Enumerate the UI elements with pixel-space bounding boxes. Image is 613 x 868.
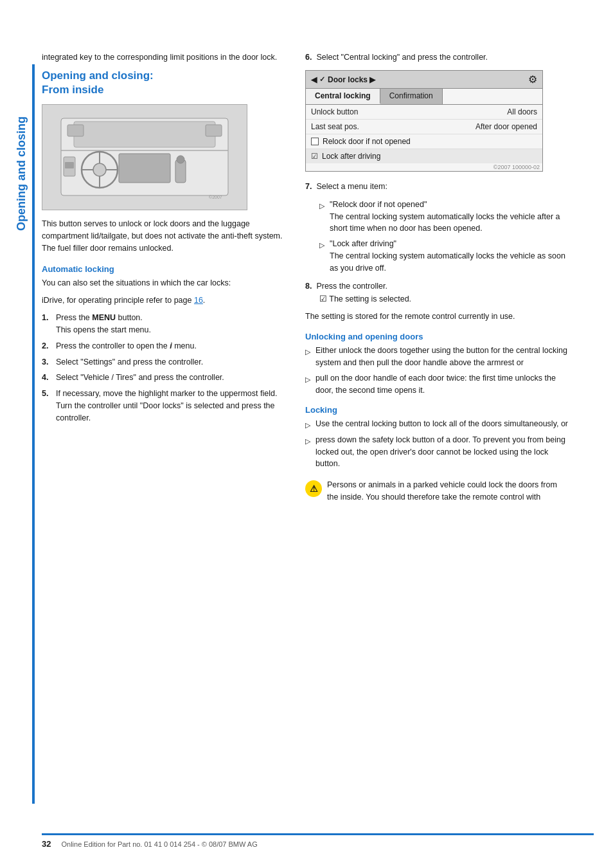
idrive-copyright: ©2007 100000-02 (306, 163, 542, 171)
bullet-lock-driving: ▷ "Lock after driving" The central locki… (319, 238, 569, 274)
idrive-header-title: ◀ ✓ Door locks ▶ (311, 75, 375, 84)
svg-point-7 (93, 163, 106, 176)
intro-text: integrated key to the corresponding limi… (42, 51, 292, 64)
svg-text:©2007: ©2007 (209, 195, 222, 199)
svg-point-15 (177, 156, 184, 163)
car-body-text: This button serves to unlock or lock doo… (42, 218, 292, 255)
left-column: integrated key to the corresponding limi… (42, 51, 292, 510)
locking-bullet-2: ▷ press down the safety lock button of a… (305, 434, 569, 470)
step-8: 8. Press the controller. ☑ The setting i… (305, 280, 569, 305)
step-4: 4. Select "Vehicle / Tires" and press th… (42, 372, 292, 384)
locking-bullet-1: ▷ Use the central locking button to lock… (305, 418, 569, 431)
locking-bullets: ▷ Use the central locking button to lock… (305, 418, 569, 470)
section-heading-text: Opening and closing: From inside (42, 69, 154, 96)
warning-icon: ⚠ (305, 480, 322, 497)
idrive-row-unlock: Unlock button All doors (306, 105, 542, 120)
main-content: integrated key to the corresponding limi… (42, 51, 594, 510)
unlocking-bullets: ▷ Either unlock the doors together using… (305, 345, 569, 396)
locking-heading: Locking (305, 405, 569, 415)
tab-confirmation: Confirmation (380, 89, 443, 104)
idrive-row-last-seat: Last seat pos. After door opened (306, 120, 542, 134)
unlocking-heading: Unlocking and opening doors (305, 332, 569, 341)
idrive-ref: iDrive, for operating principle refer to… (42, 294, 292, 307)
bullet-relock: ▷ "Relock door if not opened" The centra… (319, 199, 569, 235)
step-3: 3. Select "Settings" and press the contr… (42, 356, 292, 368)
warning-box: ⚠ Persons or animals in a parked vehicle… (305, 479, 569, 503)
idrive-tabs: Central locking Confirmation (306, 89, 542, 105)
page-number: 32 (42, 839, 51, 849)
step-5: 5. If necessary, move the highlight mark… (42, 388, 292, 424)
page: Opening and closing integrated key to th… (0, 0, 613, 868)
step-2: 2. Press the controller to open the i me… (42, 340, 292, 352)
svg-rect-13 (65, 162, 74, 168)
idrive-row-lock-driving: ☑ Lock after driving (306, 149, 542, 163)
idrive-settings-icon: ⚙ (528, 73, 537, 86)
sidebar-bar (32, 64, 35, 804)
page-footer: 32 Online Edition for Part no. 01 41 0 0… (42, 833, 594, 849)
svg-rect-3 (67, 125, 84, 136)
idrive-row-relock: Relock door if not opened (306, 134, 542, 149)
footer-text: Online Edition for Part no. 01 41 0 014 … (61, 840, 257, 848)
relock-checkbox (311, 138, 319, 145)
step-6: 6. Select "Central locking" and press th… (305, 51, 569, 64)
steps-list: 1. Press the MENU button. This opens the… (42, 312, 292, 424)
lock-driving-checkmark: ☑ (311, 152, 318, 161)
step-1: 1. Press the MENU button. This opens the… (42, 312, 292, 336)
tab-central-locking: Central locking (306, 89, 380, 104)
car-image: ©2007 (42, 104, 247, 210)
unlocking-bullet-2: ▷ pull on the door handle of each door t… (305, 372, 569, 397)
unlocking-bullet-1: ▷ Either unlock the doors together using… (305, 345, 569, 369)
idrive-header: ◀ ✓ Door locks ▶ ⚙ (306, 71, 542, 89)
step-7-label: 7. Select a menu item: (305, 181, 569, 193)
after-steps-text: The setting is stored for the remote con… (305, 311, 569, 323)
warning-text: Persons or animals in a parked vehicle c… (327, 479, 569, 503)
section-heading: Opening and closing: From inside (42, 69, 292, 97)
automatic-locking-heading: Automatic locking (42, 264, 292, 274)
svg-rect-5 (119, 154, 170, 183)
step-7-bullets: ▷ "Relock door if not opened" The centra… (319, 199, 569, 275)
idrive-screen: ◀ ✓ Door locks ▶ ⚙ Central locking Confi… (305, 70, 543, 172)
svg-rect-2 (74, 122, 215, 147)
sidebar-label: Opening and closing (12, 77, 31, 270)
svg-rect-4 (206, 125, 222, 136)
right-column: 6. Select "Central locking" and press th… (305, 51, 569, 510)
auto-locking-intro: You can also set the situations in which… (42, 277, 292, 289)
sidebar-label-text: Opening and closing (15, 116, 28, 231)
